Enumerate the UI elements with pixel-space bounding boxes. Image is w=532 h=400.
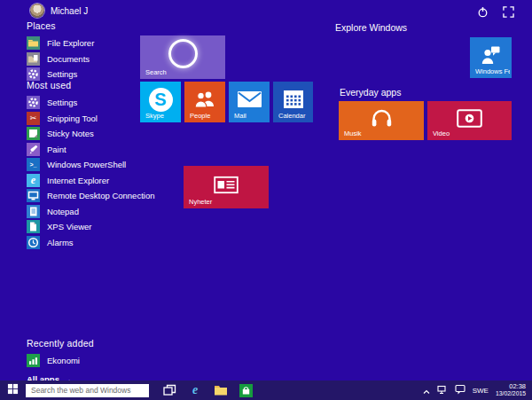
group-title-explore-windows: Explore Windows <box>335 22 407 33</box>
sidebar-item-notepad[interactable]: Notepad <box>27 205 160 218</box>
tile-label: Windows Feedback <box>475 67 510 75</box>
tile-mail[interactable]: Mail <box>229 82 270 122</box>
sidebar-item-label: Sticky Notes <box>47 129 94 138</box>
documents-folder-icon <box>27 52 40 66</box>
tile-label: Video <box>433 129 510 137</box>
user-avatar <box>30 4 44 18</box>
user-account-button[interactable]: Michael J <box>30 4 88 18</box>
windows-logo-icon <box>7 382 19 398</box>
mail-envelope-icon <box>238 91 262 107</box>
tile-windows-feedback[interactable]: Windows Feedback <box>470 37 512 78</box>
hidden-icons-chevron[interactable] <box>423 382 430 398</box>
sidebar-item-label: Documents <box>47 54 90 64</box>
sidebar-item-label: XPS Viewer <box>47 222 92 231</box>
news-icon <box>214 176 239 194</box>
power-button[interactable] <box>477 6 489 18</box>
gear-icon <box>27 96 40 109</box>
user-name: Michael J <box>51 6 88 16</box>
sidebar-item-paint[interactable]: Paint <box>27 143 160 156</box>
sidebar-item-label: Notepad <box>47 207 79 216</box>
sidebar-item-label: Settings <box>47 69 77 79</box>
skype-icon: S <box>149 88 173 112</box>
feedback-person-bubble-icon <box>481 45 501 65</box>
sidebar-item-sticky-notes[interactable]: Sticky Notes <box>27 127 160 140</box>
start-button[interactable] <box>0 380 26 400</box>
places-title: Places <box>27 20 160 31</box>
internet-explorer-icon[interactable]: e <box>188 383 202 397</box>
sidebar-item-internet-explorer[interactable]: e Internet Explorer <box>27 174 160 187</box>
clock-date: 13/02/2015 <box>496 390 526 397</box>
tile-label: Skype <box>145 112 179 120</box>
calendar-icon <box>283 90 304 109</box>
start-screen: Michael J Places File Explorer Documents… <box>0 0 532 400</box>
sidebar-item-label: File Explorer <box>47 38 94 48</box>
clock-time: 02:38 <box>509 382 526 390</box>
tile-label: Calendar <box>278 112 311 120</box>
scissors-icon: ✂ <box>27 112 40 125</box>
tile-label: Search <box>145 68 223 76</box>
gear-icon <box>27 67 40 81</box>
tile-skype[interactable]: S Skype <box>140 82 181 122</box>
tile-search[interactable]: Search <box>140 35 225 79</box>
tile-musik[interactable]: Musik <box>339 101 424 140</box>
video-player-icon <box>457 109 482 128</box>
sidebar-item-label: Windows PowerShell <box>47 160 126 169</box>
sidebar-item-label: Alarms <box>47 238 74 247</box>
recently-added-section: Recently added Ekonomi All apps → <box>27 338 160 384</box>
tile-label: Nyheter <box>189 198 267 206</box>
network-icon[interactable] <box>437 382 448 398</box>
sidebar-item-label: Snipping Tool <box>47 114 98 123</box>
store-icon[interactable] <box>239 384 253 397</box>
monitor-icon <box>27 189 40 202</box>
tile-nyheter[interactable]: Nyheter <box>184 166 269 208</box>
clock-icon <box>27 236 40 249</box>
group-title-everyday-apps: Everyday apps <box>340 87 401 98</box>
sidebar-item-label: Settings <box>47 98 77 107</box>
paint-brush-icon <box>27 143 40 156</box>
sidebar-item-windows-powershell[interactable]: >_ Windows PowerShell <box>27 158 160 171</box>
headphones-icon <box>370 107 394 129</box>
action-center-icon[interactable] <box>455 382 466 398</box>
expand-icon <box>503 6 514 18</box>
sidebar-item-label: Remote Desktop Connection <box>47 191 154 200</box>
sidebar-item-ekonomi[interactable]: Ekonomi <box>27 354 160 367</box>
recently-added-title: Recently added <box>27 338 160 349</box>
power-icon <box>477 6 489 18</box>
tile-video[interactable]: Video <box>427 101 512 140</box>
task-view-icon[interactable] <box>162 383 176 397</box>
file-explorer-icon[interactable] <box>214 383 228 397</box>
expand-button[interactable] <box>503 6 514 18</box>
sidebar-item-label: Ekonomi <box>47 356 80 365</box>
people-icon <box>193 90 216 109</box>
taskbar-clock[interactable]: 02:38 13/02/2015 <box>496 382 526 397</box>
sidebar-item-label: Paint <box>47 145 66 154</box>
tile-people[interactable]: People <box>184 82 225 122</box>
ie-e-icon: e <box>27 174 40 187</box>
tile-label: People <box>190 112 223 120</box>
bar-chart-icon <box>27 354 40 367</box>
tile-label: Mail <box>234 112 268 120</box>
notepad-page-icon <box>27 205 40 218</box>
sidebar-item-alarms[interactable]: Alarms <box>27 236 160 249</box>
xps-page-icon <box>27 220 40 233</box>
sidebar-item-remote-desktop-connection[interactable]: Remote Desktop Connection <box>27 189 160 202</box>
sidebar-item-label: Internet Explorer <box>47 176 109 185</box>
tile-calendar[interactable]: Calendar <box>273 82 313 122</box>
search-ring-icon <box>168 39 198 68</box>
folder-icon <box>27 36 40 50</box>
taskbar: e SWE 02:38 13/02/2015 <box>0 380 532 400</box>
note-icon <box>27 127 40 140</box>
powershell-prompt-icon: >_ <box>27 158 40 171</box>
tile-label: Musik <box>344 129 422 137</box>
language-indicator[interactable]: SWE <box>473 387 489 395</box>
sidebar-item-xps-viewer[interactable]: XPS Viewer <box>27 220 160 233</box>
taskbar-search-input[interactable] <box>26 384 149 397</box>
